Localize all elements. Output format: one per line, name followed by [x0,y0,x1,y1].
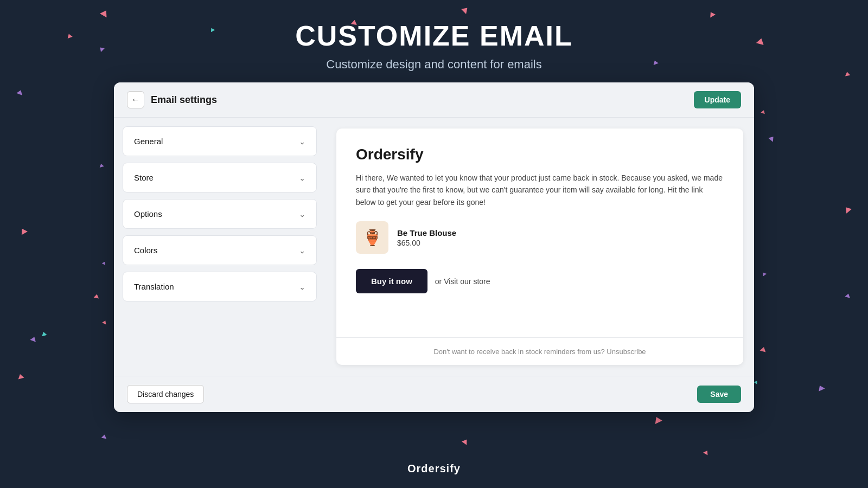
back-button[interactable]: ← [127,91,144,108]
card-footer: Discard changes Save [114,376,754,412]
cta-row: Buy it now or Visit our store [356,269,724,293]
settings-title: Email settings [151,94,217,106]
accordion-header-general[interactable]: General ⌃ [123,127,316,156]
preview-panel: Ordersify Hi there, We wanted to let you… [326,118,754,376]
accordion-general: General ⌃ [123,126,317,156]
product-row: 🏺 Be True Blouse $65.00 [356,221,724,254]
accordion-header-translation[interactable]: Translation ⌃ [123,272,316,301]
accordion-options: Options ⌃ [123,199,317,229]
product-name: Be True Blouse [397,228,456,237]
chevron-icon-colors: ⌃ [299,246,305,255]
chevron-icon-translation: ⌃ [299,282,305,291]
accordion-translation: Translation ⌃ [123,272,317,301]
back-icon: ← [131,95,140,105]
product-info: Be True Blouse $65.00 [397,228,456,247]
page-subtitle: Customize design and content for emails [0,57,868,72]
main-card: ← Email settings Update General ⌃ Store … [114,82,754,412]
bottom-brand: Ordersify [0,463,868,475]
accordion-store: Store ⌃ [123,163,317,192]
email-footer: Don't want to receive back in stock remi… [336,337,743,365]
accordion-header-store[interactable]: Store ⌃ [123,163,316,192]
email-store-name: Ordersify [356,146,724,163]
discard-button[interactable]: Discard changes [127,385,204,403]
accordion-header-colors[interactable]: Colors ⌃ [123,236,316,265]
email-preview: Ordersify Hi there, We wanted to let you… [336,129,743,365]
email-body: Ordersify Hi there, We wanted to let you… [336,129,743,337]
accordion-header-options[interactable]: Options ⌃ [123,200,316,228]
accordion-label-store: Store [134,173,154,182]
accordion-label-general: General [134,137,163,146]
accordion-label-translation: Translation [134,282,174,291]
visit-store-text: or Visit our store [435,277,490,286]
settings-panel: General ⌃ Store ⌃ Options ⌃ Colors [114,118,326,376]
unsubscribe-text: Don't want to receive back in stock remi… [433,348,646,356]
chevron-icon-general: ⌃ [299,137,305,146]
accordion-label-options: Options [134,209,162,219]
page-title: CUSTOMIZE EMAIL [0,20,868,52]
product-price: $65.00 [397,239,456,247]
accordion-label-colors: Colors [134,246,157,255]
email-body-text: Hi there, We wanted to let you know that… [356,172,724,208]
card-body: General ⌃ Store ⌃ Options ⌃ Colors [114,118,754,376]
card-header-left: ← Email settings [127,91,217,108]
page-header: CUSTOMIZE EMAIL Customize design and con… [0,0,868,72]
product-emoji: 🏺 [363,229,382,247]
chevron-icon-store: ⌃ [299,174,305,182]
card-header: ← Email settings Update [114,82,754,118]
chevron-icon-options: ⌃ [299,210,305,219]
accordion-colors: Colors ⌃ [123,235,317,265]
buy-button[interactable]: Buy it now [356,269,427,293]
save-button[interactable]: Save [697,386,741,403]
product-image: 🏺 [356,221,388,254]
update-button[interactable]: Update [694,91,741,108]
